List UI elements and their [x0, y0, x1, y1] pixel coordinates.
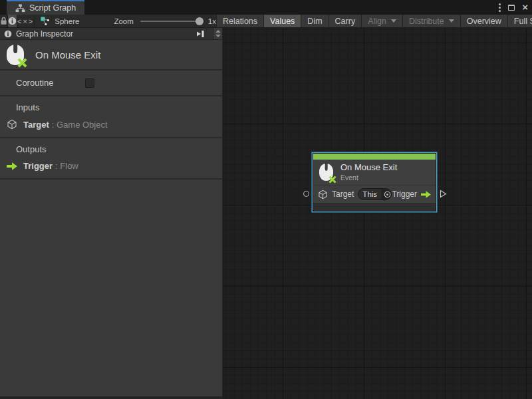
graph-canvas[interactable]: On Mouse Exit Event Target This Trigger [223, 28, 532, 399]
panel-spinner[interactable] [213, 28, 222, 39]
mouse-event-icon [7, 45, 24, 65]
mouse-event-icon [319, 164, 333, 181]
window-tab-bar: Script Graph × [0, 0, 532, 15]
kebab-menu-icon[interactable] [499, 7, 501, 9]
panel-empty-area [0, 180, 222, 396]
spinner-down-icon [215, 35, 221, 37]
distribute-button[interactable]: Distribute [402, 15, 460, 27]
input-port-circle[interactable] [303, 191, 309, 197]
full-screen-button[interactable]: Full Screen [507, 15, 532, 27]
node-title: On Mouse Exit [340, 162, 397, 173]
graph-toolbar: <×> Sphere Zoom 1x Relations Values Dim … [0, 15, 532, 28]
graph-target-name: Sphere [55, 17, 79, 25]
close-icon[interactable]: × [522, 2, 528, 12]
port-type: : Flow [55, 161, 78, 171]
target-self-icon[interactable] [381, 189, 392, 200]
node-input-label: Target [332, 190, 354, 199]
selected-unit-row: On Mouse Exit [0, 40, 222, 70]
node-port-row: Target This Trigger [313, 185, 436, 203]
zoom-value: 1x [208, 17, 216, 25]
relations-button[interactable]: Relations [216, 15, 263, 27]
lock-icon [0, 17, 7, 25]
dropdown-arrow-icon [449, 19, 454, 23]
flow-arrow-icon [7, 162, 17, 170]
node-on-mouse-exit[interactable]: On Mouse Exit Event Target This Trigger [313, 153, 436, 211]
inputs-section: Inputs Target : Game Object [0, 96, 222, 138]
dim-button[interactable]: Dim [301, 15, 328, 27]
code-icon: <×> [17, 17, 34, 25]
coroutine-label: Coroutine [16, 78, 85, 88]
outputs-heading: Outputs [16, 144, 222, 154]
node-header: On Mouse Exit Event [313, 160, 436, 185]
carry-button[interactable]: Carry [329, 15, 362, 27]
cube-icon [7, 119, 17, 130]
info-icon [8, 17, 17, 25]
graph-inspector-header: Graph Inspector [0, 28, 222, 40]
outputs-section: Outputs Trigger : Flow [0, 138, 222, 180]
flow-arrow-icon [421, 191, 431, 198]
dock-button[interactable] [193, 28, 209, 39]
port-name: Target [23, 120, 49, 130]
input-port-row: Target : Game Object [7, 119, 222, 130]
target-value-field[interactable]: This [358, 188, 392, 200]
port-type: : Game Object [52, 120, 108, 130]
tab-label: Script Graph [29, 3, 76, 13]
align-button[interactable]: Align [361, 15, 402, 27]
spinner-up-icon [215, 30, 221, 33]
node-footer [313, 203, 436, 211]
node-output-label: Trigger [392, 190, 417, 199]
graph-machine-icon [41, 17, 50, 26]
zoom-slider[interactable] [140, 21, 201, 22]
panel-bottom-edge [0, 396, 222, 399]
coroutine-row: Coroutine [0, 70, 222, 96]
values-button[interactable]: Values [263, 15, 301, 27]
cube-icon [318, 190, 328, 200]
port-name: Trigger [23, 161, 53, 171]
node-color-bar [313, 154, 436, 160]
overview-button[interactable]: Overview [460, 15, 507, 27]
hierarchy-icon [15, 4, 25, 13]
output-port-triangle[interactable] [440, 190, 447, 198]
tab-script-graph[interactable]: Script Graph [7, 0, 84, 15]
selected-unit-title: On Mouse Exit [35, 49, 100, 61]
dropdown-arrow-icon [391, 19, 396, 23]
coroutine-checkbox[interactable] [85, 78, 94, 88]
zoom-slider-handle[interactable] [196, 17, 203, 25]
zoom-label: Zoom [114, 17, 133, 25]
maximize-icon[interactable] [508, 5, 515, 11]
inputs-heading: Inputs [16, 102, 222, 112]
output-port-row: Trigger : Flow [7, 161, 222, 171]
inspector-toggle-button[interactable] [8, 15, 17, 27]
inspector-title: Graph Inspector [16, 29, 73, 39]
dock-icon [196, 30, 205, 38]
code-view-button[interactable]: <×> [17, 15, 35, 27]
node-subtitle: Event [340, 174, 397, 182]
lock-button[interactable] [0, 15, 8, 27]
info-icon [4, 30, 12, 38]
toolbar-button-group: Relations Values Dim Carry Align Distrib… [216, 15, 532, 27]
graph-inspector-panel: Graph Inspector On Mouse Exit Coroutine … [0, 28, 223, 399]
